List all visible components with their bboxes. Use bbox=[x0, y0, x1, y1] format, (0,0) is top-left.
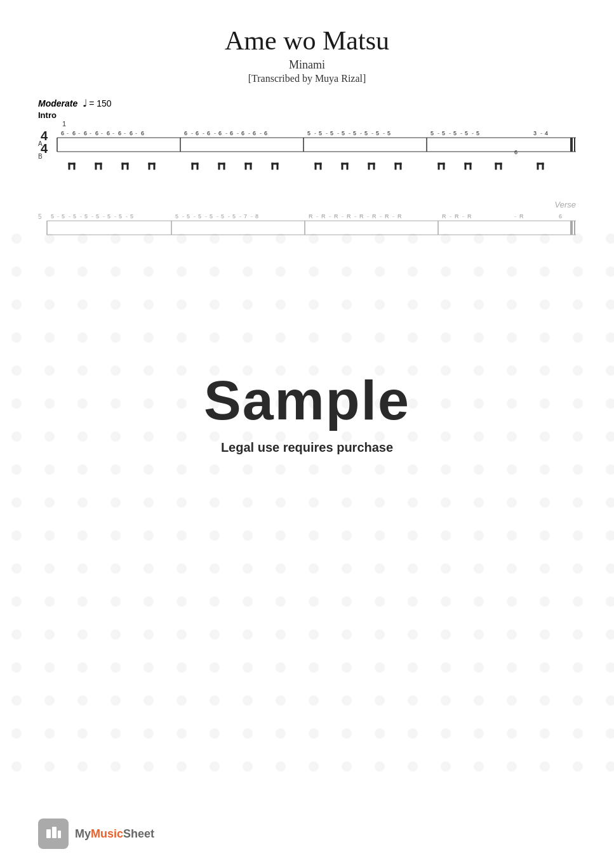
svg-rect-97 bbox=[320, 163, 321, 169]
svg-rect-118 bbox=[542, 163, 544, 169]
svg-text:-: - bbox=[251, 213, 253, 220]
tempo-label: Moderate bbox=[38, 98, 77, 109]
svg-text:-: - bbox=[112, 130, 114, 136]
svg-text:-: - bbox=[337, 130, 339, 136]
svg-text:6: 6 bbox=[141, 130, 144, 136]
svg-text:-: - bbox=[114, 213, 116, 220]
svg-text:5: 5 bbox=[353, 130, 356, 136]
tab-intro: 1 4 4 T A B 6 6 6 6 6 bbox=[38, 129, 576, 181]
svg-rect-105 bbox=[395, 163, 396, 169]
svg-text:6: 6 bbox=[514, 149, 517, 155]
svg-rect-96 bbox=[315, 163, 316, 169]
verse-section: Verse 5 5 - 5 - 5 - 5 - 5 - 5 - 5 - bbox=[38, 200, 576, 244]
svg-text:-: - bbox=[472, 130, 474, 136]
svg-text:5: 5 bbox=[232, 213, 236, 220]
svg-text:5: 5 bbox=[387, 130, 390, 136]
svg-rect-85 bbox=[197, 163, 198, 169]
svg-text:-: - bbox=[392, 213, 394, 220]
svg-text:-: - bbox=[205, 213, 207, 220]
svg-text:-: - bbox=[126, 213, 128, 220]
svg-text:-: - bbox=[182, 213, 184, 220]
svg-rect-112 bbox=[470, 163, 471, 169]
svg-text:-: - bbox=[316, 213, 318, 220]
svg-text:5: 5 bbox=[221, 213, 224, 220]
svg-text:-: - bbox=[383, 130, 385, 136]
svg-text:-: - bbox=[124, 130, 126, 136]
svg-text:R: R bbox=[321, 213, 326, 220]
svg-rect-79 bbox=[127, 163, 128, 169]
legal-text: Legal use requires purchase bbox=[0, 440, 614, 455]
logo-svg bbox=[44, 824, 63, 843]
svg-text:3: 3 bbox=[533, 130, 537, 136]
sample-watermark-container: Sample Legal use requires purchase bbox=[0, 368, 614, 455]
svg-text:5: 5 bbox=[51, 213, 54, 220]
svg-text:5: 5 bbox=[330, 130, 333, 136]
transcriber-credit: [Transcribed by Muya Rizal] bbox=[38, 73, 576, 84]
svg-rect-76 bbox=[100, 163, 102, 169]
svg-rect-182 bbox=[0, 222, 614, 793]
sample-text: Sample bbox=[0, 368, 614, 433]
page: Ame wo Matsu Minami [Transcribed by Muya… bbox=[0, 0, 614, 868]
svg-rect-82 bbox=[154, 163, 155, 169]
logo-section: MyMusicSheet bbox=[38, 819, 154, 849]
svg-rect-115 bbox=[500, 163, 502, 169]
svg-text:-: - bbox=[101, 130, 103, 136]
svg-rect-99 bbox=[342, 163, 343, 169]
svg-text:5: 5 bbox=[210, 213, 213, 220]
svg-text:5: 5 bbox=[119, 213, 122, 220]
svg-rect-73 bbox=[74, 163, 75, 169]
svg-rect-109 bbox=[443, 163, 444, 169]
svg-text:6: 6 bbox=[241, 130, 244, 136]
svg-text:-: - bbox=[91, 213, 93, 220]
svg-rect-184 bbox=[52, 827, 57, 838]
svg-text:4: 4 bbox=[545, 130, 548, 136]
svg-text:5: 5 bbox=[38, 213, 42, 220]
rhythm-svg bbox=[38, 161, 576, 181]
svg-text:R: R bbox=[397, 213, 402, 220]
svg-text:-: - bbox=[349, 130, 350, 136]
svg-text:8: 8 bbox=[255, 213, 258, 220]
svg-text:-: - bbox=[217, 213, 218, 220]
svg-rect-87 bbox=[218, 163, 220, 169]
svg-text:-: - bbox=[214, 130, 216, 136]
svg-text:R: R bbox=[455, 213, 459, 220]
svg-text:6: 6 bbox=[196, 130, 199, 136]
svg-text:5: 5 bbox=[319, 130, 322, 136]
svg-text:5: 5 bbox=[198, 213, 201, 220]
svg-text:-: - bbox=[326, 130, 328, 136]
svg-text:-: - bbox=[69, 213, 70, 220]
svg-text:-: - bbox=[103, 213, 105, 220]
mymusicsheet-logo-icon bbox=[38, 819, 69, 849]
svg-rect-84 bbox=[192, 163, 193, 169]
svg-text:-: - bbox=[67, 130, 69, 136]
svg-text:5: 5 bbox=[376, 130, 379, 136]
svg-text:-: - bbox=[450, 213, 451, 220]
svg-text:-: - bbox=[78, 130, 80, 136]
svg-rect-117 bbox=[537, 163, 538, 169]
svg-text:5: 5 bbox=[187, 213, 190, 220]
svg-text:-: - bbox=[449, 130, 451, 136]
svg-text:R: R bbox=[334, 213, 338, 220]
svg-text:5: 5 bbox=[73, 213, 76, 220]
svg-text:5: 5 bbox=[307, 130, 310, 136]
svg-text:5: 5 bbox=[442, 130, 445, 136]
svg-text:R: R bbox=[359, 213, 364, 220]
svg-text:5: 5 bbox=[96, 213, 99, 220]
svg-text:-: - bbox=[203, 130, 204, 136]
svg-rect-81 bbox=[149, 163, 150, 169]
watermark-dots-svg bbox=[0, 222, 614, 793]
svg-text:-: - bbox=[367, 213, 369, 220]
svg-text:6: 6 bbox=[264, 130, 267, 136]
svg-text:-: - bbox=[248, 130, 250, 136]
svg-rect-78 bbox=[122, 163, 123, 169]
svg-rect-90 bbox=[245, 163, 246, 169]
svg-rect-114 bbox=[495, 163, 497, 169]
svg-text:-: - bbox=[342, 213, 344, 220]
svg-text:-: - bbox=[237, 130, 239, 136]
svg-text:-: - bbox=[329, 213, 331, 220]
svg-text:6: 6 bbox=[253, 130, 256, 136]
tempo-section: Moderate ♩ = 150 bbox=[38, 97, 576, 109]
svg-text:6: 6 bbox=[61, 130, 64, 136]
svg-rect-103 bbox=[373, 163, 375, 169]
svg-text:-: - bbox=[135, 130, 137, 136]
